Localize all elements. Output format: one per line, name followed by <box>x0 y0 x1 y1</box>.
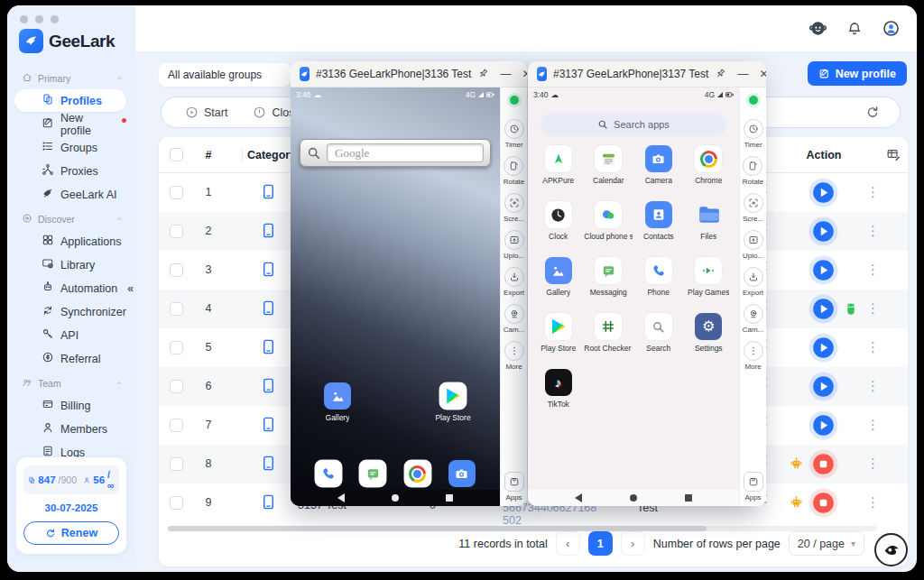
support-icon[interactable] <box>808 19 827 41</box>
pin-icon[interactable] <box>715 68 726 81</box>
row-checkbox[interactable] <box>170 263 183 277</box>
app-camera[interactable]: Camera <box>633 145 684 193</box>
minimize-icon[interactable]: — <box>737 69 748 79</box>
start-phone-button[interactable] <box>808 410 838 440</box>
sidebar-item-library[interactable]: Library <box>14 253 126 276</box>
phone-tool-export[interactable]: Export <box>504 267 524 297</box>
phone-tool-rotate[interactable]: Rotate <box>504 156 525 186</box>
app-settings[interactable]: ⚙ Settings <box>684 313 735 361</box>
row-checkbox[interactable] <box>170 302 183 316</box>
phone-window-titlebar[interactable]: #3137 GeeLarkPhone|3137 Test — ✕ <box>528 61 766 87</box>
phone-tool-upload[interactable]: Uplo... <box>504 230 524 260</box>
app-apkpure[interactable]: APKPure <box>533 145 584 193</box>
nav-back-button[interactable] <box>575 493 582 502</box>
sidebar-item-billing[interactable]: Billing <box>14 394 126 417</box>
sidebar-section-team[interactable]: Team <box>7 373 135 393</box>
row-menu-button[interactable]: ⋮ <box>866 377 880 395</box>
nav-recents-button[interactable] <box>446 494 453 502</box>
minimize-icon[interactable]: — <box>500 69 511 79</box>
sidebar-collapse-button[interactable]: « <box>127 281 134 295</box>
row-checkbox[interactable] <box>170 419 183 432</box>
start-phone-button[interactable] <box>808 178 838 207</box>
dock-app-messaging[interactable] <box>359 460 386 487</box>
phone-window-titlebar[interactable]: #3136 GeeLarkPhone|3136 Test — ✕ <box>291 61 527 87</box>
app-playstore[interactable]: Play Store <box>425 382 481 422</box>
row-checkbox[interactable] <box>170 186 183 199</box>
phone-tool-more[interactable]: More <box>744 341 763 371</box>
app-gallery[interactable]: Gallery <box>533 257 584 305</box>
geelark-eye-button[interactable] <box>874 533 908 566</box>
row-menu-button[interactable]: ⋮ <box>866 261 880 279</box>
row-checkbox[interactable] <box>170 496 183 510</box>
sidebar-item-automation[interactable]: Automation <box>14 277 126 299</box>
app-rootchecker[interactable]: Root Checker B... <box>584 313 634 361</box>
phone-window-3136[interactable]: #3136 GeeLarkPhone|3136 Test — ✕ 3:40☁ 4… <box>291 61 527 506</box>
nav-home-button[interactable] <box>392 494 399 502</box>
notifications-bell-icon[interactable] <box>846 21 863 41</box>
sidebar-item-members[interactable]: Members <box>14 418 126 440</box>
app-files[interactable]: Files <box>684 201 735 249</box>
dock-app-phone[interactable] <box>315 460 342 487</box>
select-all-checkbox[interactable] <box>170 148 183 161</box>
phone-window-3137[interactable]: #3137 GeeLarkPhone|3137 Test — ✕ 3:40☁ 4… <box>528 61 766 506</box>
nav-home-button[interactable] <box>630 494 637 502</box>
search-apps-input[interactable]: Search apps <box>541 113 726 136</box>
app-contacts[interactable]: Contacts <box>633 201 684 249</box>
window-controls[interactable] <box>20 15 59 23</box>
sidebar-item-groups[interactable]: Groups <box>14 136 126 159</box>
start-button[interactable]: Start <box>185 106 227 119</box>
phone-tool-rotate[interactable]: Rotate <box>743 156 764 186</box>
phone-screen-3137[interactable]: 3:40☁ 4G Search apps APKPure Calendar Ca… <box>528 87 739 506</box>
row-menu-button[interactable]: ⋮ <box>866 455 880 473</box>
row-menu-button[interactable]: ⋮ <box>866 222 880 240</box>
column-settings-icon[interactable] <box>886 147 901 165</box>
row-checkbox[interactable] <box>170 380 183 393</box>
phone-tool-export[interactable]: Export <box>743 267 763 297</box>
close-icon[interactable]: ✕ <box>759 69 766 79</box>
app-clock[interactable]: Clock <box>533 201 584 249</box>
google-search-input[interactable]: Google <box>327 143 484 162</box>
start-phone-button[interactable] <box>808 333 838 363</box>
sidebar-section-discover[interactable]: Discover <box>7 209 135 229</box>
close-icon[interactable]: ✕ <box>522 69 527 79</box>
next-page-button[interactable]: › <box>621 531 645 556</box>
sidebar-item-applications[interactable]: Applications <box>14 230 126 253</box>
start-phone-button[interactable] <box>808 255 838 285</box>
phone-tool-camera[interactable]: Cam... <box>504 304 525 334</box>
prev-page-button[interactable]: ‹ <box>556 531 580 556</box>
app-phone[interactable]: Phone <box>633 257 684 305</box>
row-menu-button[interactable]: ⋮ <box>866 493 880 511</box>
google-search-widget[interactable]: Google <box>300 139 491 167</box>
phone-screen-3136[interactable]: 3:40☁ 4G Google Gallery Play Store <box>291 87 500 506</box>
phone-tool-timer[interactable]: Timer <box>744 119 763 149</box>
app-playstore[interactable]: Play Store <box>533 313 584 361</box>
phone-tool-upload[interactable]: Uplo... <box>743 230 763 260</box>
stop-phone-button[interactable] <box>808 449 838 479</box>
start-phone-button[interactable] <box>808 294 838 324</box>
current-page[interactable]: 1 <box>588 531 613 556</box>
phone-tool-apps[interactable]: Apps <box>504 472 524 502</box>
stop-phone-button[interactable] <box>808 488 838 518</box>
sidebar-section-primary[interactable]: Primary <box>7 69 135 88</box>
row-checkbox[interactable] <box>170 457 183 471</box>
sidebar-item-api[interactable]: API <box>14 324 126 346</box>
renew-button[interactable]: Renew <box>23 521 119 545</box>
app-chrome[interactable]: Chrome <box>684 145 735 193</box>
sidebar-item-profiles[interactable]: Profiles <box>14 89 126 112</box>
user-avatar[interactable] <box>882 19 901 41</box>
page-size-select[interactable]: 20 / page▾ <box>789 531 864 556</box>
row-menu-button[interactable]: ⋮ <box>866 338 880 356</box>
refresh-button[interactable] <box>865 105 880 123</box>
row-menu-button[interactable]: ⋮ <box>866 183 880 201</box>
start-phone-button[interactable] <box>808 216 838 246</box>
sidebar-item-synchronizer[interactable]: Synchronizer <box>14 300 126 323</box>
row-checkbox[interactable] <box>170 225 183 238</box>
new-profile-button[interactable]: New profile <box>808 61 907 86</box>
app-calendar[interactable]: Calendar <box>584 145 634 193</box>
dock-app-chrome[interactable] <box>404 460 431 487</box>
app-cloudphone[interactable]: Cloud phone se... <box>584 201 634 249</box>
row-menu-button[interactable]: ⋮ <box>866 299 880 318</box>
app-search[interactable]: Search <box>633 313 684 361</box>
phone-tool-apps[interactable]: Apps <box>744 472 763 502</box>
app-playgames[interactable]: Play Games <box>684 257 735 305</box>
